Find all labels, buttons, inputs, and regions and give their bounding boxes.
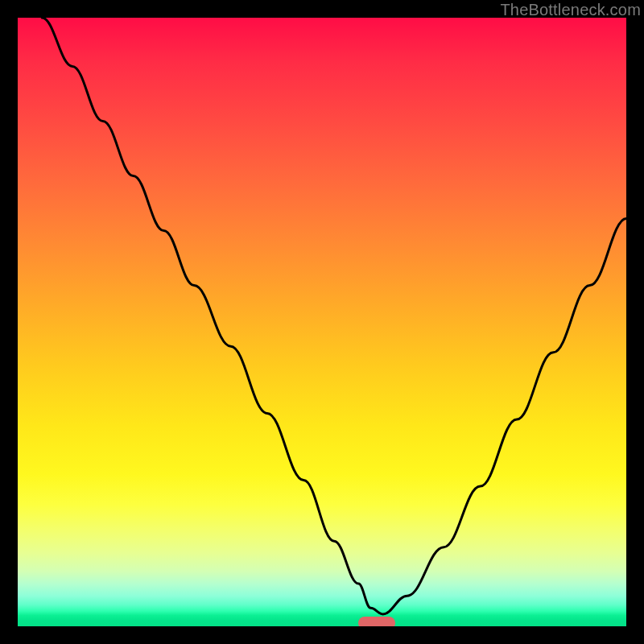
sweet-spot-marker [358, 617, 395, 626]
bottleneck-curve [42, 18, 626, 614]
attribution-text: TheBottleneck.com [500, 1, 641, 19]
curve-layer [18, 18, 626, 626]
plot-area [18, 18, 626, 626]
chart-frame: TheBottleneck.com [0, 0, 644, 644]
